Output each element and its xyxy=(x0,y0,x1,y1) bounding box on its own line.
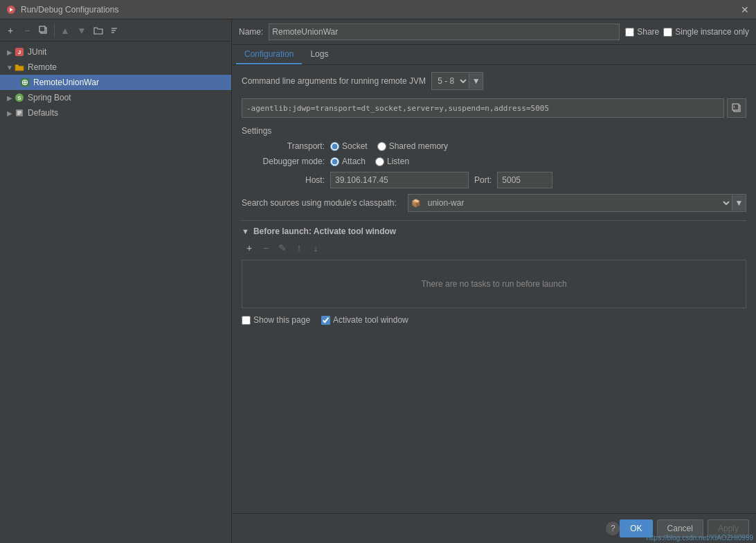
classpath-module-icon: 📦 xyxy=(411,199,421,208)
tab-logs[interactable]: Logs xyxy=(302,45,336,64)
listen-radio[interactable] xyxy=(375,157,384,166)
folder-button[interactable] xyxy=(91,23,106,38)
share-label: Share xyxy=(637,27,659,37)
show-page-label[interactable]: Show this page xyxy=(242,315,310,325)
host-label: Host: xyxy=(242,175,325,185)
before-launch-section: ▼ Before launch: Activate tool window + … xyxy=(242,220,746,325)
show-page-checkbox[interactable] xyxy=(242,316,251,325)
name-input[interactable] xyxy=(269,24,620,40)
debugger-mode-radio-group: Attach Listen xyxy=(330,157,409,166)
move-down-button[interactable]: ▼ xyxy=(74,23,89,38)
toolbar-separator xyxy=(54,24,55,37)
defaults-label: Defaults xyxy=(28,108,58,118)
sidebar: + − ▲ ▼ xyxy=(0,19,232,543)
before-launch-header: ▼ Before launch: Activate tool window xyxy=(242,226,746,236)
name-label: Name: xyxy=(239,27,263,37)
bl-add-button[interactable]: + xyxy=(242,240,257,256)
right-panel: Name: Share Single instance only Configu… xyxy=(232,19,756,543)
move-up-button[interactable]: ▲ xyxy=(57,23,73,38)
socket-radio-label[interactable]: Socket xyxy=(330,141,368,151)
activate-tool-window-label[interactable]: Activate tool window xyxy=(321,315,408,325)
remoteunionwar-icon xyxy=(19,77,30,88)
help-button[interactable]: ? xyxy=(606,522,620,535)
activate-tool-window-text: Activate tool window xyxy=(333,315,408,325)
share-checkbox-label[interactable]: Share xyxy=(625,27,659,37)
copy-cmd-button[interactable] xyxy=(727,98,746,118)
add-config-button[interactable]: + xyxy=(3,23,18,38)
attach-radio-label[interactable]: Attach xyxy=(330,157,366,166)
tree-item-junit[interactable]: ▶ J JUnit xyxy=(0,44,231,60)
debugger-mode-row: Debugger mode: Attach Listen xyxy=(242,157,746,166)
tree-item-remote[interactable]: ▼ Remote xyxy=(0,60,231,75)
single-instance-checkbox[interactable] xyxy=(663,28,672,37)
tree-item-springboot[interactable]: ▶ S Spring Boot xyxy=(0,90,231,105)
jvm-version-select[interactable]: 5 - 8 9+ xyxy=(432,73,469,89)
settings-section: Settings Transport: Socket Shared memory xyxy=(242,126,746,212)
transport-radio-group: Socket Shared memory xyxy=(330,141,448,151)
sidebar-toolbar: + − ▲ ▼ xyxy=(0,19,231,42)
activate-tool-window-checkbox[interactable] xyxy=(321,316,330,325)
junit-label: JUnit xyxy=(28,47,46,57)
jvm-row: Command line arguments for running remot… xyxy=(242,72,746,90)
cmd-row xyxy=(242,98,746,118)
window-icon xyxy=(6,4,17,15)
run-debug-configurations-window: Run/Debug Configurations ✕ + − ▲ xyxy=(0,0,756,543)
copy-config-button[interactable] xyxy=(36,23,51,38)
attach-label: Attach xyxy=(342,157,366,166)
host-port-inputs: Port: xyxy=(330,172,552,188)
settings-title: Settings xyxy=(242,126,746,136)
springboot-label: Spring Boot xyxy=(28,93,71,103)
svg-rect-20 xyxy=(732,104,739,110)
defaults-icon xyxy=(14,107,25,118)
watermark: https://blog.csdn.net/XIAOZHI0999 xyxy=(646,534,753,542)
classpath-select[interactable]: union-war xyxy=(422,195,732,211)
window-title: Run/Debug Configurations xyxy=(21,5,739,15)
tab-configuration[interactable]: Configuration xyxy=(236,45,302,64)
before-launch-empty-state: There are no tasks to run before launch xyxy=(242,260,746,308)
bl-down-button[interactable]: ↓ xyxy=(308,240,323,256)
springboot-expand-arrow: ▶ xyxy=(6,94,14,102)
jvm-version-selector[interactable]: 5 - 8 9+ ▼ xyxy=(431,72,483,90)
port-label: Port: xyxy=(474,175,492,185)
remote-expand-arrow: ▼ xyxy=(6,63,14,71)
remoteunionwar-label: RemoteUnionWar xyxy=(33,78,99,87)
bottom-checkboxes: Show this page Activate tool window xyxy=(242,315,746,325)
share-checkbox[interactable] xyxy=(625,28,634,37)
before-launch-collapse[interactable]: ▼ xyxy=(242,227,249,235)
title-bar: Run/Debug Configurations ✕ xyxy=(0,0,756,19)
classpath-dropdown-button[interactable]: ▼ xyxy=(732,195,746,211)
classpath-row: Search sources using module's classpath:… xyxy=(242,194,746,212)
show-page-text: Show this page xyxy=(253,315,310,325)
shared-memory-radio-label[interactable]: Shared memory xyxy=(377,141,448,151)
remove-config-button[interactable]: − xyxy=(19,23,35,38)
socket-label: Socket xyxy=(342,141,368,151)
sort-button[interactable] xyxy=(107,23,123,38)
bl-up-button[interactable]: ↑ xyxy=(291,240,307,256)
svg-rect-3 xyxy=(39,26,45,32)
tree-item-remoteunionwar[interactable]: RemoteUnionWar xyxy=(0,75,231,90)
listen-radio-label[interactable]: Listen xyxy=(375,157,409,166)
socket-radio[interactable] xyxy=(330,142,339,151)
config-panel: Command line arguments for running remot… xyxy=(232,65,756,513)
jvm-label: Command line arguments for running remot… xyxy=(242,76,426,86)
bl-remove-button[interactable]: − xyxy=(258,240,273,256)
springboot-icon: S xyxy=(14,92,25,103)
jvm-dropdown-button[interactable]: ▼ xyxy=(469,73,483,89)
close-button[interactable]: ✕ xyxy=(739,4,750,15)
junit-expand-arrow: ▶ xyxy=(6,48,14,56)
bl-edit-button[interactable]: ✎ xyxy=(275,240,290,256)
single-instance-label[interactable]: Single instance only xyxy=(663,27,749,37)
cmd-line-input[interactable] xyxy=(242,98,724,118)
host-input[interactable] xyxy=(330,172,469,188)
tree-item-defaults[interactable]: ▶ Defaults xyxy=(0,105,231,121)
port-input[interactable] xyxy=(497,172,552,188)
shared-memory-radio[interactable] xyxy=(377,142,386,151)
main-content: + − ▲ ▼ xyxy=(0,19,756,543)
classpath-selector[interactable]: 📦 union-war ▼ xyxy=(408,194,746,212)
name-bar: Name: Share Single instance only xyxy=(232,19,756,45)
dialog-footer: ? OK Cancel Apply https://blog.csdn.net/… xyxy=(232,513,756,543)
host-port-row: Host: Port: xyxy=(242,172,746,188)
classpath-label: Search sources using module's classpath: xyxy=(242,198,397,208)
shared-memory-label: Shared memory xyxy=(389,141,448,151)
attach-radio[interactable] xyxy=(330,157,339,166)
